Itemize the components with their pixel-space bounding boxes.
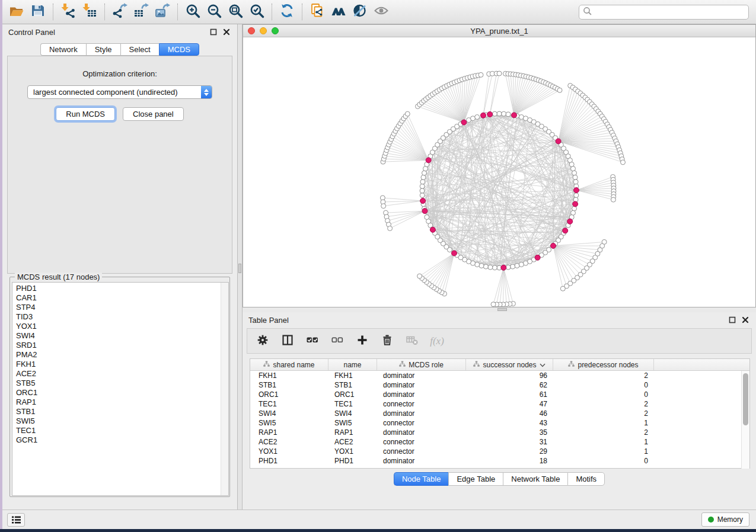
refresh-button[interactable] xyxy=(276,2,298,22)
open-button[interactable] xyxy=(6,2,27,22)
task-history-button[interactable] xyxy=(7,513,25,527)
export-network-button[interactable] xyxy=(109,2,130,22)
float-table-panel-button[interactable] xyxy=(728,315,737,325)
hide-panels-button[interactable] xyxy=(349,2,371,22)
mcds-result-item[interactable]: ACE2 xyxy=(16,369,228,379)
zoom-out-button[interactable] xyxy=(203,2,225,22)
vertical-splitter-handle[interactable] xyxy=(238,264,241,273)
attribute-tree-icon xyxy=(399,361,406,369)
cell: YOX1 xyxy=(250,447,328,456)
mcds-result-item[interactable]: GCR1 xyxy=(16,435,228,445)
toolbar-separator xyxy=(104,4,105,20)
tab-network-table[interactable]: Network Table xyxy=(503,472,567,486)
column-header-successor-nodes[interactable]: successor nodes xyxy=(466,359,553,370)
tab-motifs[interactable]: Motifs xyxy=(567,472,605,486)
table-scrollbar-thumb[interactable] xyxy=(743,373,748,425)
mcds-result-item[interactable]: STB5 xyxy=(16,379,228,388)
table-toolbar: f(x) xyxy=(247,328,752,354)
column-header-predecessor-nodes[interactable]: predecessor nodes xyxy=(553,359,654,370)
table-row[interactable]: ACE2ACE2connector311 xyxy=(250,437,749,447)
add-button[interactable] xyxy=(355,334,369,348)
tab-node-table[interactable]: Node Table xyxy=(394,472,449,486)
zoom-in-button[interactable] xyxy=(182,2,203,22)
import-network-button[interactable] xyxy=(58,2,79,22)
function-builder-icon: f(x) xyxy=(430,335,444,347)
export-table-button[interactable] xyxy=(130,2,152,22)
cell: TEC1 xyxy=(250,400,328,408)
tab-style[interactable]: Style xyxy=(86,43,120,56)
mcds-result-item[interactable]: YOX1 xyxy=(16,322,228,331)
mcds-result-item[interactable]: PHD1 xyxy=(16,284,228,293)
column-header-shared-name[interactable]: shared name xyxy=(250,359,328,370)
vertical-splitter[interactable] xyxy=(237,24,243,509)
run-mcds-button[interactable]: Run MCDS xyxy=(56,107,115,121)
mcds-result-item[interactable]: STP4 xyxy=(16,303,228,312)
columns-button[interactable] xyxy=(280,334,295,348)
mcds-result-item[interactable]: ORC1 xyxy=(16,388,228,398)
mcds-result-item[interactable]: RAP1 xyxy=(16,398,228,407)
column-header-MCDS-role[interactable]: MCDS role xyxy=(377,359,466,370)
attribute-tree-icon xyxy=(473,361,480,369)
select-all-icon xyxy=(307,334,318,348)
select-all-button[interactable] xyxy=(305,334,320,348)
deselect-all-button[interactable] xyxy=(330,334,344,348)
import-table-button[interactable] xyxy=(79,2,100,22)
status-bar: Memory xyxy=(2,509,756,529)
tab-mcds[interactable]: MCDS xyxy=(159,43,199,56)
close-table-panel-button[interactable] xyxy=(741,315,750,325)
horizontal-splitter[interactable] xyxy=(243,307,756,312)
table-row[interactable]: PHD1PHD1dominator180 xyxy=(250,456,749,466)
close-panel-button-mcds[interactable]: Close panel xyxy=(123,107,184,121)
mcds-list-scrollbar[interactable] xyxy=(221,283,228,495)
close-panel-button[interactable] xyxy=(222,27,231,37)
table-row[interactable]: SWI4SWI4dominator462 xyxy=(250,409,749,418)
mcds-result-group: MCDS result (17 nodes) PHD1CAR1STP4TID3Y… xyxy=(9,277,230,497)
search-network-button[interactable] xyxy=(328,2,349,22)
mcds-result-item[interactable]: SWI4 xyxy=(16,331,228,341)
zoom-fit-button[interactable] xyxy=(225,2,246,22)
float-panel-button[interactable] xyxy=(209,27,218,37)
table-row[interactable]: ORC1ORC1dominator610 xyxy=(250,390,749,399)
mcds-result-item[interactable]: TID3 xyxy=(16,312,228,322)
network-file-button[interactable] xyxy=(307,2,328,22)
table-row[interactable]: RAP1RAP1dominator352 xyxy=(250,428,749,437)
network-window-titlebar[interactable]: YPA_prune.txt_1 xyxy=(243,25,755,37)
zoom-selected-button[interactable] xyxy=(246,2,267,22)
control-panel-tabs: NetworkStyleSelectMCDS xyxy=(2,43,237,56)
tab-select[interactable]: Select xyxy=(120,43,159,56)
table-row[interactable]: SWI5SWI5connector431 xyxy=(250,418,749,428)
delete-button[interactable] xyxy=(380,334,394,348)
settings-button[interactable] xyxy=(256,334,270,348)
column-header-name[interactable]: name xyxy=(328,359,377,370)
table-row[interactable]: TEC1TEC1connector472 xyxy=(250,399,749,409)
export-network-icon xyxy=(112,3,127,21)
control-panel-title: Control Panel xyxy=(8,28,55,37)
table-row[interactable]: FKH1FKH1dominator962 xyxy=(250,371,749,380)
tab-edge-table[interactable]: Edge Table xyxy=(448,472,503,486)
settings-icon xyxy=(257,334,269,348)
network-graph-canvas[interactable] xyxy=(243,37,755,307)
mcds-result-item[interactable]: TEC1 xyxy=(16,426,228,435)
optimization-criterion-select[interactable]: largest connected component (undirected) xyxy=(27,85,212,99)
table-row[interactable]: STB1STB1dominator620 xyxy=(250,380,749,390)
save-button[interactable] xyxy=(27,2,49,22)
table-row[interactable]: YOX1YOX1connector291 xyxy=(250,447,749,456)
mcds-result-item[interactable]: SWI5 xyxy=(16,416,228,426)
mcds-result-item[interactable]: STB1 xyxy=(16,407,228,416)
refresh-icon xyxy=(279,3,295,21)
search-field[interactable] xyxy=(579,5,749,20)
mcds-result-item[interactable]: PMA2 xyxy=(16,350,228,360)
search-input[interactable] xyxy=(595,8,745,16)
mcds-result-item[interactable]: SRD1 xyxy=(16,341,228,350)
mcds-result-item[interactable]: CAR1 xyxy=(16,293,228,303)
cell: 2 xyxy=(553,409,654,418)
export-image-button[interactable] xyxy=(152,2,173,22)
table-scrollbar[interactable] xyxy=(741,371,749,469)
mcds-result-item[interactable]: FKH1 xyxy=(16,360,228,369)
tab-network[interactable]: Network xyxy=(40,43,86,56)
memory-button[interactable]: Memory xyxy=(701,512,749,527)
horizontal-splitter-handle[interactable] xyxy=(497,308,507,311)
mcds-result-list[interactable]: PHD1CAR1STP4TID3YOX1SWI4SRD1PMA2FKH1ACE2… xyxy=(12,282,229,496)
eye-button[interactable] xyxy=(371,2,392,22)
cell: RAP1 xyxy=(250,428,328,437)
